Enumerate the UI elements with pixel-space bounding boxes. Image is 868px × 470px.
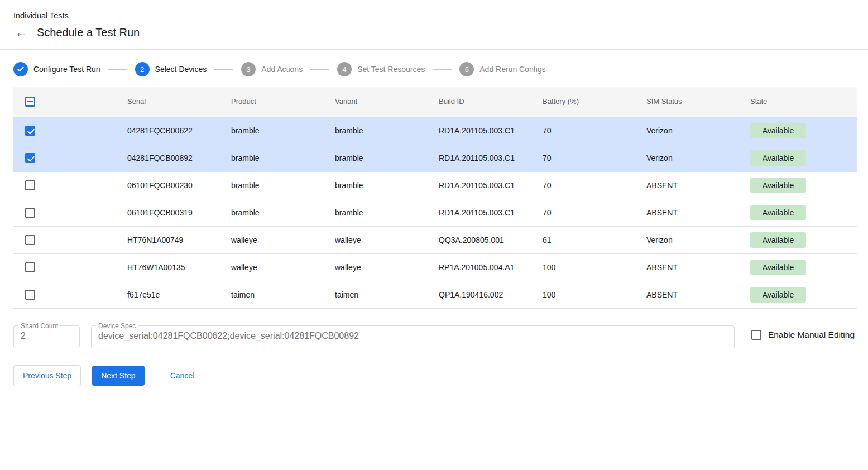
cell-serial: HT76W1A00135 (114, 253, 218, 281)
column-header-build-id: Build ID (425, 87, 529, 117)
cell-sim-status: ABSENT (633, 253, 737, 281)
cell-battery: 100 (529, 281, 633, 308)
cell-sim-status: Verizon (633, 226, 737, 253)
stepper-step-select-devices[interactable]: 2 Select Devices (135, 62, 207, 76)
row-checkbox[interactable] (25, 153, 35, 163)
arrow-back-icon[interactable]: ← (13, 26, 29, 39)
cell-battery: 70 (529, 144, 633, 171)
select-all-checkbox[interactable] (25, 97, 35, 107)
enable-manual-editing-checkbox[interactable] (751, 330, 761, 340)
table-header-row: Serial Product Variant Build ID Battery … (13, 87, 857, 117)
column-header-battery: Battery (%) (529, 87, 633, 117)
row-checkbox[interactable] (25, 126, 35, 136)
cell-variant: walleye (322, 226, 425, 253)
cell-build-id: RD1A.201105.003.C1 (425, 171, 529, 199)
row-checkbox[interactable] (25, 180, 35, 190)
cell-serial: 04281FQCB00622 (114, 117, 218, 144)
cell-build-id: RD1A.201105.003.C1 (425, 117, 529, 144)
cell-product: bramble (218, 171, 322, 199)
cell-serial: 06101FQCB00230 (114, 171, 218, 199)
cell-product: walleye (218, 253, 322, 281)
column-header-variant: Variant (322, 87, 425, 117)
cell-sim-status: ABSENT (633, 281, 737, 308)
cell-battery: 61 (529, 226, 633, 253)
cell-serial: f617e51e (114, 281, 218, 308)
cell-battery: 100 (529, 253, 633, 281)
cell-variant: bramble (322, 117, 425, 144)
table-row[interactable]: HT76N1A00749 walleye walleye QQ3A.200805… (13, 226, 857, 253)
state-badge: Available (750, 123, 806, 138)
step-label: Select Devices (155, 65, 207, 74)
cell-build-id: QP1A.190416.002 (425, 281, 529, 308)
device-spec-label: Device Spec (96, 322, 138, 330)
cell-build-id: RD1A.201105.003.C1 (425, 199, 529, 226)
row-checkbox[interactable] (25, 262, 35, 272)
step-completed-check-icon (13, 62, 28, 76)
device-spec-field[interactable]: Device Spec device_serial:04281FQCB00622… (91, 322, 735, 348)
cell-product: taimen (218, 281, 322, 308)
cell-build-id: RD1A.201105.003.C1 (425, 144, 529, 171)
shard-count-field[interactable]: Shard Count 2 (13, 322, 80, 348)
state-badge: Available (750, 287, 806, 303)
step-connector (310, 69, 329, 70)
cell-build-id: RP1A.201005.004.A1 (425, 253, 529, 281)
step-number-badge: 4 (337, 62, 352, 76)
table-row[interactable]: 06101FQCB00230 bramble bramble RD1A.2011… (13, 171, 857, 199)
schedule-test-run-page: Individual Tests ← Schedule a Test Run C… (0, 0, 868, 386)
stepper-step-configure-test-run[interactable]: Configure Test Run (13, 62, 100, 76)
cell-variant: bramble (322, 199, 425, 226)
cell-product: bramble (218, 199, 322, 226)
previous-step-button[interactable]: Previous Step (13, 365, 81, 386)
step-connector (214, 69, 233, 70)
state-badge: Available (750, 205, 806, 220)
table-row[interactable]: f617e51e taimen taimen QP1A.190416.002 1… (13, 281, 857, 308)
stepper: Configure Test Run 2 Select Devices 3 Ad… (0, 62, 868, 76)
cell-serial: HT76N1A00749 (114, 226, 218, 253)
step-number-badge: 5 (459, 62, 474, 76)
cell-variant: taimen (322, 281, 425, 308)
cell-serial: 04281FQCB00892 (114, 144, 218, 171)
table-row[interactable]: 04281FQCB00892 bramble bramble RD1A.2011… (13, 144, 857, 171)
column-header-serial: Serial (114, 87, 218, 117)
row-checkbox[interactable] (25, 290, 35, 300)
state-badge: Available (750, 232, 806, 248)
cell-battery: 70 (529, 117, 633, 144)
step-connector (433, 69, 452, 70)
breadcrumb: Individual Tests (13, 11, 855, 20)
row-checkbox[interactable] (25, 208, 35, 218)
page-header: Individual Tests ← Schedule a Test Run (0, 0, 868, 39)
shard-count-value[interactable]: 2 (21, 330, 73, 342)
cell-product: bramble (218, 144, 322, 171)
cell-battery: 70 (529, 171, 633, 199)
step-label: Set Test Resources (357, 65, 425, 74)
state-badge: Available (750, 150, 806, 166)
table-row[interactable]: 06101FQCB00319 bramble bramble RD1A.2011… (13, 199, 857, 226)
shard-count-label: Shard Count (18, 322, 60, 330)
enable-manual-editing-label: Enable Manual Editing (768, 330, 855, 340)
cell-variant: bramble (322, 144, 425, 171)
cancel-button[interactable]: Cancel (164, 366, 202, 386)
device-spec-value[interactable]: device_serial:04281FQCB00622;device_seri… (98, 330, 727, 342)
enable-manual-editing-toggle[interactable]: Enable Manual Editing (751, 330, 855, 340)
next-step-button[interactable]: Next Step (92, 366, 144, 386)
device-table: Serial Product Variant Build ID Battery … (13, 87, 857, 309)
cell-serial: 06101FQCB00319 (114, 199, 218, 226)
title-row: ← Schedule a Test Run (13, 26, 855, 39)
column-header-state: State (737, 87, 857, 117)
row-checkbox[interactable] (25, 235, 35, 245)
column-header-product: Product (218, 87, 322, 117)
step-number-badge: 2 (135, 62, 150, 76)
table-row[interactable]: HT76W1A00135 walleye walleye RP1A.201005… (13, 253, 857, 281)
table-row[interactable]: 04281FQCB00622 bramble bramble RD1A.2011… (13, 117, 857, 144)
step-label: Configure Test Run (33, 65, 100, 74)
stepper-step-add-rerun-configs[interactable]: 5 Add Rerun Configs (459, 62, 545, 76)
stepper-step-add-actions[interactable]: 3 Add Actions (241, 62, 303, 76)
cell-variant: walleye (322, 253, 425, 281)
cell-product: bramble (218, 117, 322, 144)
cell-sim-status: ABSENT (633, 171, 737, 199)
stepper-step-set-test-resources[interactable]: 4 Set Test Resources (337, 62, 425, 76)
cell-build-id: QQ3A.200805.001 (425, 226, 529, 253)
step-label: Add Actions (261, 65, 303, 74)
column-header-sim-status: SIM Status (633, 87, 737, 117)
cell-product: walleye (218, 226, 322, 253)
